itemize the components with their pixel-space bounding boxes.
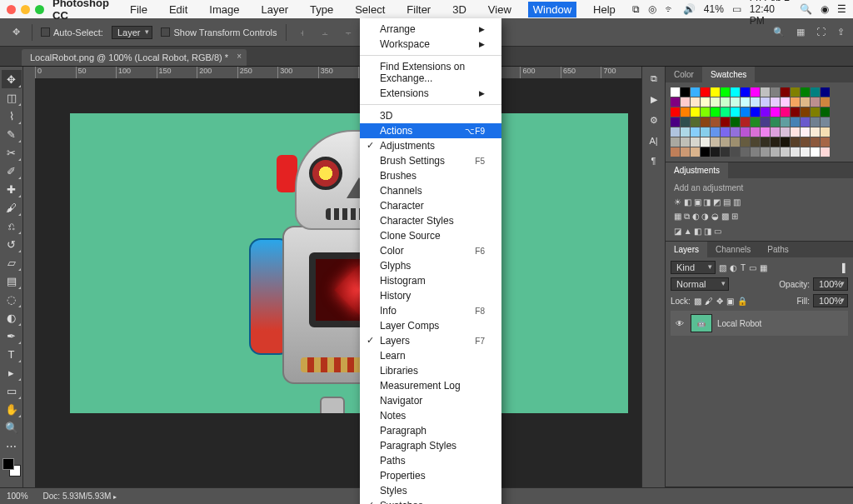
show-transform-checkbox[interactable]: Show Transform Controls bbox=[161, 27, 277, 37]
paths-tab[interactable]: Paths bbox=[759, 242, 797, 257]
swatch[interactable] bbox=[751, 127, 760, 137]
swatch[interactable] bbox=[701, 127, 710, 137]
swatch[interactable] bbox=[731, 107, 740, 117]
swatch[interactable] bbox=[821, 117, 830, 127]
layers-tab[interactable]: Layers bbox=[666, 242, 707, 257]
screen-mode-icon[interactable]: ⛶ bbox=[816, 27, 826, 37]
swatch[interactable] bbox=[821, 97, 830, 107]
menu-item-character-styles[interactable]: Character Styles bbox=[360, 213, 501, 228]
pen-tool[interactable]: ✒ bbox=[2, 327, 22, 345]
swatch[interactable] bbox=[791, 107, 800, 117]
ruler-horizontal[interactable]: 0501001502002503003504004505005506006507… bbox=[35, 67, 641, 78]
swatch[interactable] bbox=[761, 127, 770, 137]
hand-tool[interactable]: ✋ bbox=[2, 400, 22, 418]
menu-item-extensions[interactable]: Extensions▶ bbox=[360, 86, 501, 101]
adjustment-presets-row3[interactable]: ◪ ▲ ◧ ◨ ▭ bbox=[674, 227, 845, 236]
swatch[interactable] bbox=[721, 87, 730, 97]
filter-shape-icon[interactable]: ▭ bbox=[749, 263, 756, 272]
close-window-icon[interactable] bbox=[7, 5, 16, 14]
menu-item-actions[interactable]: Actions⌥F9 bbox=[360, 123, 501, 138]
menu-image[interactable]: Image bbox=[204, 2, 244, 17]
swatch[interactable] bbox=[691, 107, 700, 117]
layer-visibility-icon[interactable]: 👁 bbox=[674, 319, 686, 328]
swatch[interactable] bbox=[761, 117, 770, 127]
menu-item-libraries[interactable]: Libraries bbox=[360, 363, 501, 378]
lasso-tool[interactable]: ⌇ bbox=[2, 107, 22, 125]
swatch[interactable] bbox=[741, 137, 750, 147]
crop-tool[interactable]: ✂ bbox=[2, 143, 22, 162]
move-tool[interactable]: ✥ bbox=[2, 70, 22, 88]
swatch[interactable] bbox=[781, 147, 790, 157]
swatch[interactable] bbox=[761, 97, 770, 107]
swatch[interactable] bbox=[771, 137, 780, 147]
menu-item-swatches[interactable]: ✓Swatches bbox=[360, 498, 501, 504]
swatch[interactable] bbox=[791, 117, 800, 127]
swatch[interactable] bbox=[721, 127, 730, 137]
swatch[interactable] bbox=[791, 137, 800, 147]
menu-item-arrange[interactable]: Arrange▶ bbox=[360, 22, 501, 37]
swatch[interactable] bbox=[761, 87, 770, 97]
swatch[interactable] bbox=[761, 137, 770, 147]
swatch[interactable] bbox=[791, 97, 800, 107]
swatch[interactable] bbox=[671, 137, 680, 147]
sync-icon[interactable]: ◎ bbox=[648, 3, 656, 15]
swatch[interactable] bbox=[681, 107, 690, 117]
swatch[interactable] bbox=[691, 137, 700, 147]
filter-smart-icon[interactable]: ▦ bbox=[760, 263, 767, 272]
menu-item-color[interactable]: ColorF6 bbox=[360, 243, 501, 258]
adjustment-presets-row1[interactable]: ☀ ◧ ▣ ◨ ◩ ▤ ▥ bbox=[674, 197, 845, 207]
gradient-tool[interactable]: ▤ bbox=[2, 272, 22, 290]
history-panel-icon[interactable]: ⧉ bbox=[651, 73, 657, 84]
zoom-level[interactable]: 100% bbox=[7, 492, 28, 501]
swatch[interactable] bbox=[761, 107, 770, 117]
menu-item-brush-settings[interactable]: Brush SettingsF5 bbox=[360, 153, 501, 168]
opacity-value[interactable]: 100% bbox=[813, 277, 848, 291]
healing-tool[interactable]: ✚ bbox=[2, 180, 22, 198]
swatch[interactable] bbox=[741, 127, 750, 137]
blend-mode-dropdown[interactable]: Normal bbox=[671, 277, 729, 291]
swatch[interactable] bbox=[741, 87, 750, 97]
filter-toggle[interactable]: ▌ bbox=[842, 263, 848, 272]
dropbox-icon[interactable]: ⧉ bbox=[632, 3, 640, 15]
swatch[interactable] bbox=[701, 87, 710, 97]
swatch[interactable] bbox=[671, 97, 680, 107]
swatch[interactable] bbox=[731, 127, 740, 137]
filter-type-icon[interactable]: T bbox=[741, 263, 746, 272]
swatch[interactable] bbox=[731, 147, 740, 157]
swatch[interactable] bbox=[781, 87, 790, 97]
menu-item-styles[interactable]: Styles bbox=[360, 483, 501, 498]
menu-item-adjustments[interactable]: ✓Adjustments bbox=[360, 138, 501, 153]
menu-item-find-extensions-on-exchange-[interactable]: Find Extensions on Exchange... bbox=[360, 59, 501, 86]
swatch[interactable] bbox=[821, 147, 830, 157]
swatch[interactable] bbox=[751, 97, 760, 107]
adjustment-presets-row2[interactable]: ▦ ⧉ ◐ ◑ ◒ ▩ ⊞ bbox=[674, 212, 845, 222]
swatch[interactable] bbox=[811, 107, 820, 117]
menu-item-paragraph[interactable]: Paragraph bbox=[360, 423, 501, 438]
marquee-tool[interactable]: ◫ bbox=[2, 88, 22, 107]
swatch[interactable] bbox=[671, 147, 680, 157]
arrange-documents-icon[interactable]: ▦ bbox=[796, 27, 805, 37]
swatch[interactable] bbox=[791, 87, 800, 97]
swatch[interactable] bbox=[741, 147, 750, 157]
menu-item-history[interactable]: History bbox=[360, 288, 501, 303]
swatch[interactable] bbox=[691, 127, 700, 137]
layer-row[interactable]: 👁 🤖 Local Robot bbox=[671, 311, 848, 336]
properties-panel-icon[interactable]: ⚙ bbox=[650, 115, 658, 126]
swatch[interactable] bbox=[671, 117, 680, 127]
move-tool-icon[interactable]: ✥ bbox=[8, 25, 23, 40]
swatch[interactable] bbox=[801, 147, 810, 157]
swatch[interactable] bbox=[681, 137, 690, 147]
menu-item-paths[interactable]: Paths bbox=[360, 453, 501, 468]
swatch[interactable] bbox=[811, 87, 820, 97]
menu-item-clone-source[interactable]: Clone Source bbox=[360, 228, 501, 243]
menu-item-notes[interactable]: Notes bbox=[360, 408, 501, 423]
swatch[interactable] bbox=[821, 137, 830, 147]
menu-item-paragraph-styles[interactable]: Paragraph Styles bbox=[360, 438, 501, 453]
swatch[interactable] bbox=[721, 137, 730, 147]
path-select-tool[interactable]: ▸ bbox=[2, 363, 22, 382]
notification-center-icon[interactable]: ☰ bbox=[837, 3, 846, 15]
swatch[interactable] bbox=[741, 97, 750, 107]
swatch[interactable] bbox=[701, 107, 710, 117]
swatch[interactable] bbox=[671, 87, 680, 97]
swatch[interactable] bbox=[771, 127, 780, 137]
